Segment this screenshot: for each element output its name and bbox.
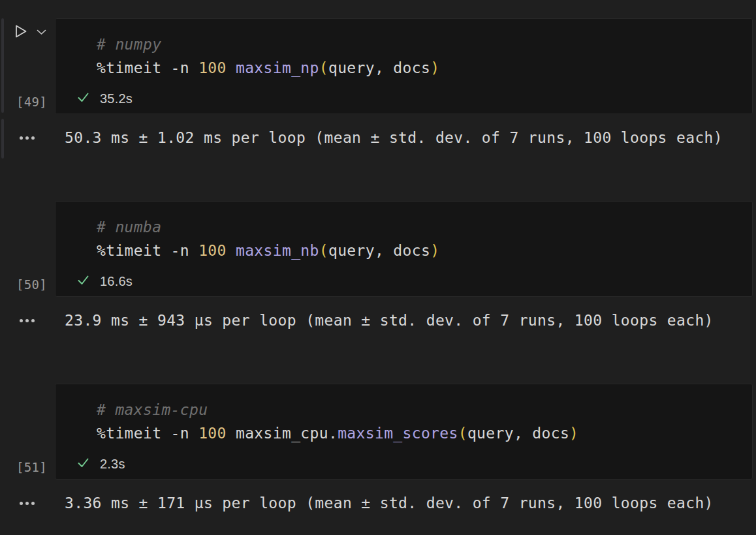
success-check-icon <box>76 273 90 290</box>
ellipsis-icon <box>20 502 23 505</box>
code-line: %timeit -n 100 maxsim_cpu.maxsim_scores(… <box>97 421 752 445</box>
execution-count-label: [49] <box>0 92 47 112</box>
notebook-cell: [51] # maxsim-cpu%timeit -n 100 maxsim_c… <box>0 384 756 534</box>
output-more-actions-button[interactable] <box>18 491 36 515</box>
notebook-cell: [49] # numpy%timeit -n 100 maxsim_np(que… <box>0 18 756 168</box>
output-more-actions-button[interactable] <box>18 126 36 149</box>
code-line: %timeit -n 100 maxsim_np(query, docs) <box>97 56 752 80</box>
code-line: # maxsim-cpu <box>97 398 752 421</box>
ellipsis-icon <box>20 136 23 140</box>
success-check-icon <box>76 456 90 472</box>
execution-time: 35.2s <box>100 91 133 106</box>
cell-output: 23.9 ms ± 943 µs per loop (mean ± std. d… <box>0 309 756 332</box>
execution-time: 16.6s <box>100 274 133 289</box>
success-check-icon <box>76 91 90 107</box>
execution-status: 16.6s <box>76 272 133 290</box>
execution-count-label: [51] <box>0 457 47 477</box>
output-text: 50.3 ms ± 1.02 ms per loop (mean ± std. … <box>65 129 723 146</box>
output-text: 3.36 ms ± 171 µs per loop (mean ± std. d… <box>65 495 714 512</box>
cell-output: 3.36 ms ± 171 µs per loop (mean ± std. d… <box>0 491 756 515</box>
execution-count-label: [50] <box>0 275 47 294</box>
execution-status: 2.3s <box>76 455 125 473</box>
code-editor[interactable]: # numpy%timeit -n 100 maxsim_np(query, d… <box>55 19 752 80</box>
code-editor[interactable]: # maxsim-cpu%timeit -n 100 maxsim_cpu.ma… <box>55 384 752 445</box>
code-line: # numpy <box>97 33 752 56</box>
code-cell-container: # maxsim-cpu%timeit -n 100 maxsim_cpu.ma… <box>55 384 753 480</box>
code-line: %timeit -n 100 maxsim_nb(query, docs) <box>97 239 752 262</box>
output-more-actions-button[interactable] <box>18 309 36 332</box>
code-editor[interactable]: # numba%timeit -n 100 maxsim_nb(query, d… <box>55 202 752 262</box>
output-text: 23.9 ms ± 943 µs per loop (mean ± std. d… <box>65 312 714 329</box>
notebook-editor: [49] # numpy%timeit -n 100 maxsim_np(que… <box>0 0 756 535</box>
execution-status: 35.2s <box>76 89 133 108</box>
execution-time: 2.3s <box>100 457 125 472</box>
code-cell-container: # numpy%timeit -n 100 maxsim_np(query, d… <box>55 18 753 114</box>
code-cell-container: # numba%timeit -n 100 maxsim_nb(query, d… <box>55 201 753 297</box>
ellipsis-icon <box>20 319 23 322</box>
notebook-cell: [50] # numba%timeit -n 100 maxsim_nb(que… <box>0 201 756 351</box>
cell-output: 50.3 ms ± 1.02 ms per loop (mean ± std. … <box>0 126 756 149</box>
code-line: # numba <box>97 215 752 239</box>
